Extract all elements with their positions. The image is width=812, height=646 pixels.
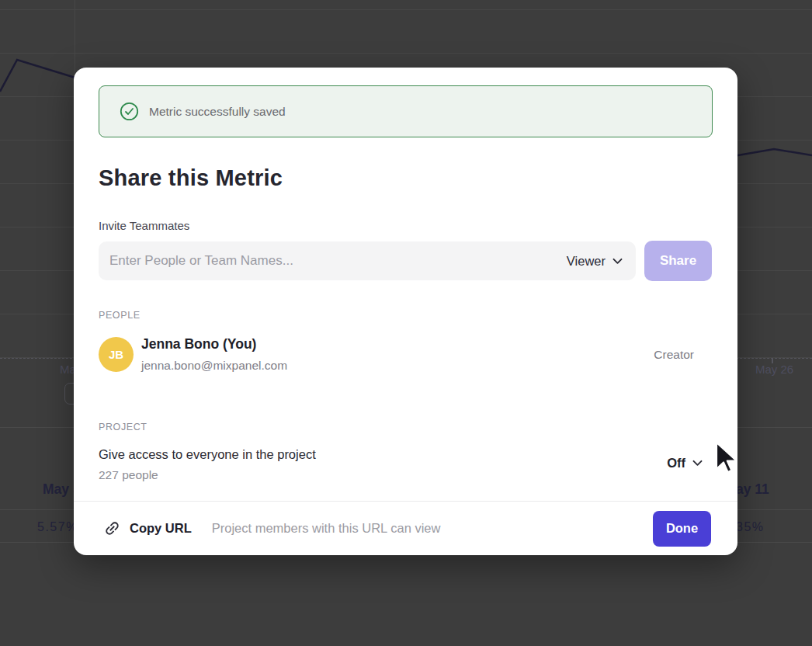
success-banner: Metric successfully saved xyxy=(99,85,713,137)
member-name: Jenna Bono (You) xyxy=(141,336,256,353)
invite-input[interactable] xyxy=(99,241,567,280)
project-access-value: Off xyxy=(667,456,685,471)
project-section-label: PROJECT xyxy=(99,422,147,432)
project-people-count: 227 people xyxy=(99,468,158,482)
role-dropdown-value: Viewer xyxy=(567,254,606,269)
copy-url-button[interactable]: Copy URL xyxy=(130,521,192,536)
link-icon[interactable] xyxy=(103,519,121,537)
dialog-title: Share this Metric xyxy=(99,165,283,191)
share-button[interactable]: Share xyxy=(644,241,712,281)
success-banner-text: Metric successfully saved xyxy=(149,105,286,119)
screen: Ma May 26 1 May 5 ay 11 5.57% 35% Metric… xyxy=(0,0,812,646)
chevron-down-icon xyxy=(692,460,703,467)
chevron-down-icon xyxy=(612,258,623,265)
done-button[interactable]: Done xyxy=(653,511,711,547)
check-circle-icon xyxy=(120,102,139,121)
member-email: jenna.bono@mixpanel.com xyxy=(141,359,287,373)
x-axis-label-right: May 26 xyxy=(755,363,793,376)
role-dropdown[interactable]: Viewer xyxy=(567,254,623,269)
table-date-header-right: ay 11 xyxy=(736,481,769,498)
dialog-footer: Copy URL Project members with this URL c… xyxy=(74,502,737,555)
copy-url-hint: Project members with this URL can view xyxy=(212,521,441,536)
table-value-right: 35% xyxy=(736,520,765,534)
avatar: JB xyxy=(99,337,134,372)
invite-input-container[interactable]: Viewer xyxy=(99,241,636,280)
invite-teammates-label: Invite Teammates xyxy=(99,219,189,232)
project-access-dropdown[interactable]: Off xyxy=(667,456,703,471)
share-metric-dialog: Metric successfully saved Share this Met… xyxy=(74,68,737,555)
people-section-label: PEOPLE xyxy=(99,310,141,321)
member-role: Creator xyxy=(654,348,694,362)
table-value-left: 5.57% xyxy=(37,520,78,534)
project-access-title: Give access to everyone in the project xyxy=(99,447,316,462)
